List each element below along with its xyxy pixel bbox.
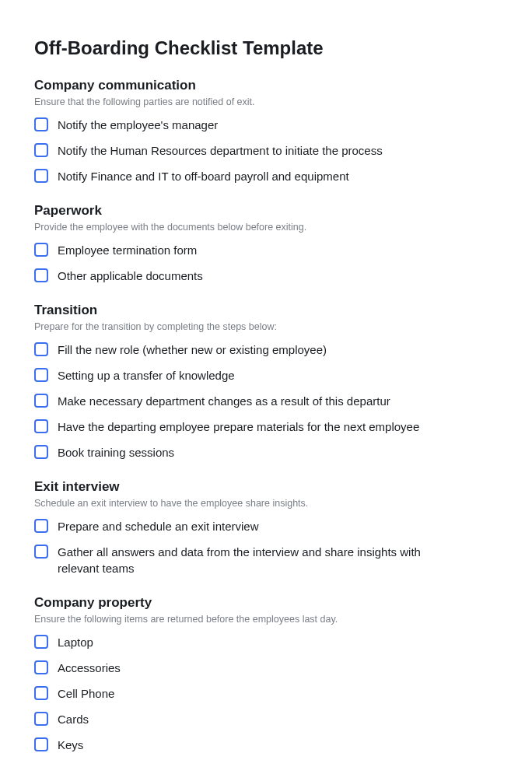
checklist-item: Book training sessions [34,444,498,461]
checkbox[interactable] [34,737,48,751]
checklist-item: Employee termination form [34,242,498,258]
checklist-item: Notify the Human Resources department to… [34,142,498,159]
section-title: Company communication [34,78,498,93]
checklist-item-label: Notify the employee's manager [58,117,218,133]
checkbox[interactable] [34,368,48,382]
checklist-item: Have the departing employee prepare mate… [34,419,498,435]
checklist-item: Laptop [34,634,498,650]
checklist-item-label: Have the departing employee prepare mate… [58,419,419,435]
section-title: Exit interview [34,479,498,495]
section: Exit interviewSchedule an exit interview… [34,479,498,576]
checkbox[interactable] [34,117,48,131]
checklist-item-label: Cards [58,711,89,727]
checklist-item-label: Other applicable documents [58,268,203,284]
checklist-item-label: Laptop [58,634,93,650]
checkbox[interactable] [34,519,48,533]
checklist-item-label: Book training sessions [58,444,174,461]
checkbox[interactable] [34,545,48,559]
checklist-item: Other applicable documents [34,268,498,284]
checklist-item: Fill the new role (whether new or existi… [34,341,498,358]
checkbox[interactable] [34,635,48,649]
checklist-item: Notify the employee's manager [34,117,498,133]
checklist-item: Notify Finance and IT to off-board payro… [34,168,498,184]
checklist-item: Setting up a transfer of knowledge [34,367,498,383]
checklist-item-label: Setting up a transfer of knowledge [58,367,235,383]
checklist-item-label: Fill the new role (whether new or existi… [58,341,327,358]
checklist-item: Prepare and schedule an exit interview [34,518,498,534]
checkbox[interactable] [34,686,48,700]
checklist-item-label: Prepare and schedule an exit interview [58,518,259,534]
checklist-item: Accessories [34,660,498,676]
section-title: Paperwork [34,203,498,219]
section-subtitle: Provide the employee with the documents … [34,222,498,233]
section-title: Company property [34,595,498,611]
checkbox[interactable] [34,419,48,433]
section-subtitle: Ensure the following items are returned … [34,614,498,625]
section: Company propertyEnsure the following ite… [34,595,498,753]
checklist-item: Cards [34,711,498,727]
checkbox[interactable] [34,243,48,257]
section: Company communicationEnsure that the fol… [34,78,498,184]
section: TransitionPrepare for the transition by … [34,303,498,461]
checklist-item: Keys [34,737,498,753]
checklist-item: Gather all answers and data from the int… [34,544,498,576]
checklist-item-label: Keys [58,737,83,753]
checkbox[interactable] [34,268,48,282]
checklist-item-label: Gather all answers and data from the int… [58,544,454,576]
section-subtitle: Schedule an exit interview to have the e… [34,498,498,509]
checkbox[interactable] [34,712,48,726]
checklist-item-label: Notify Finance and IT to off-board payro… [58,168,349,184]
checklist-item-label: Employee termination form [58,242,197,258]
section: PaperworkProvide the employee with the d… [34,203,498,284]
checklist-item-label: Make necessary department changes as a r… [58,393,390,409]
page-title: Off-Boarding Checklist Template [34,37,498,59]
checklist-item: Cell Phone [34,685,498,702]
checkbox[interactable] [34,143,48,157]
section-subtitle: Prepare for the transition by completing… [34,321,498,332]
checkbox[interactable] [34,660,48,674]
checkbox[interactable] [34,169,48,183]
checklist-item: Make necessary department changes as a r… [34,393,498,409]
checkbox[interactable] [34,342,48,356]
section-subtitle: Ensure that the following parties are no… [34,96,498,107]
checkbox[interactable] [34,394,48,408]
checklist-item-label: Accessories [58,660,121,676]
checklist-item-label: Cell Phone [58,685,114,702]
checklist-item-label: Notify the Human Resources department to… [58,142,383,159]
section-title: Transition [34,303,498,318]
checkbox[interactable] [34,445,48,459]
